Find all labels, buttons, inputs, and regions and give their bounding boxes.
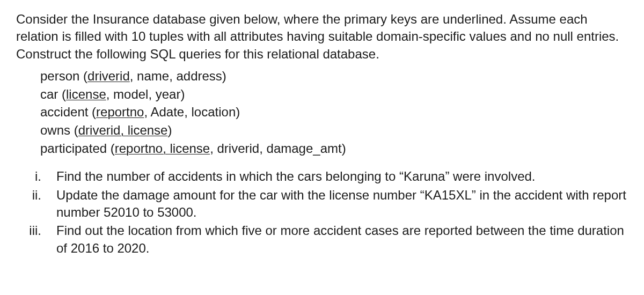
primary-key: driverid, license (78, 123, 168, 137)
schema-participated: participated (reportno, license, driveri… (40, 139, 628, 158)
open-paren: ( (111, 141, 115, 156)
schema-block: person (driverid, name, address) car (li… (16, 67, 628, 157)
question-text: Update the damage amount for the car wit… (56, 187, 628, 222)
question-item-1: i. Find the number of accidents in which… (16, 168, 628, 185)
schema-person: person (driverid, name, address) (40, 67, 628, 85)
question-item-2: ii. Update the damage amount for the car… (16, 187, 628, 222)
primary-key: driverid (87, 69, 130, 83)
open-paren: ( (74, 123, 78, 137)
primary-key: reportno, license (115, 141, 210, 156)
rest-attrs: , model, year) (106, 87, 185, 101)
rest-attrs: , Adate, location) (144, 105, 240, 119)
open-paren: ( (92, 105, 96, 119)
rest-attrs: ) (167, 123, 172, 137)
open-paren: ( (83, 69, 87, 83)
question-number: i. (16, 168, 56, 185)
relation-name: accident (40, 105, 88, 119)
relation-name: owns (40, 123, 70, 137)
question-text: Find the number of accidents in which th… (56, 168, 628, 185)
schema-accident: accident (reportno, Adate, location) (40, 103, 628, 121)
question-number: ii. (16, 187, 56, 204)
question-item-3: iii. Find out the location from which fi… (16, 222, 628, 257)
relation-name: car (40, 87, 58, 101)
schema-owns: owns (driverid, license) (40, 121, 628, 139)
primary-key: license (66, 87, 106, 101)
question-text: Find out the location from which five or… (56, 222, 628, 257)
rest-attrs: , name, address) (130, 69, 226, 83)
rest-attrs: , driverid, damage_amt) (210, 141, 346, 156)
intro-paragraph: Consider the Insurance database given be… (16, 11, 628, 63)
schema-car: car (license, model, year) (40, 85, 628, 104)
relation-name: person (40, 69, 79, 83)
primary-key: reportno (96, 105, 144, 119)
relation-name: participated (40, 141, 107, 156)
open-paren: ( (62, 87, 66, 101)
questions-list: i. Find the number of accidents in which… (16, 168, 628, 257)
question-number: iii. (16, 222, 56, 239)
